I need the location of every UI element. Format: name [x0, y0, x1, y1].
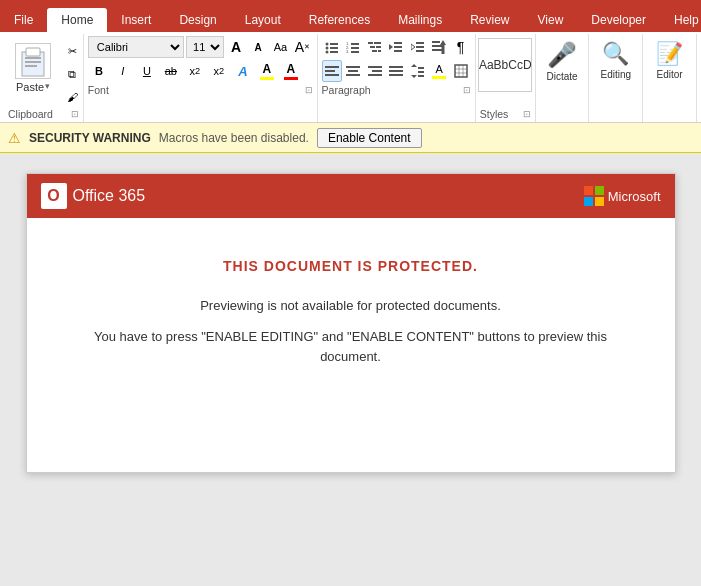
svg-rect-39 [348, 70, 358, 72]
font-label: Font [88, 84, 109, 96]
tab-references[interactable]: References [295, 8, 384, 32]
bullets-button[interactable] [322, 36, 342, 58]
font-group: Calibri 11 A A Aa A✕ B I U ab [84, 34, 318, 122]
svg-point-9 [325, 51, 328, 54]
styles-content: AaBbCcD [478, 36, 532, 108]
font-family-select[interactable]: Calibri [88, 36, 184, 58]
bold-button[interactable]: B [88, 60, 110, 82]
tab-file[interactable]: File [0, 8, 47, 32]
shading-button[interactable]: A [429, 60, 449, 82]
increase-indent-button[interactable] [407, 36, 427, 58]
decrease-indent-button[interactable] [386, 36, 406, 58]
microsoft-logo: Microsoft [584, 186, 661, 206]
svg-rect-12 [351, 43, 359, 45]
change-case-button[interactable]: Aa [270, 36, 290, 58]
clipboard-label-row: Clipboard ⊡ [8, 108, 79, 120]
svg-rect-10 [330, 51, 338, 53]
svg-rect-32 [432, 45, 442, 47]
numbering-button[interactable]: 1.2.3. [343, 36, 363, 58]
align-right-button[interactable] [364, 60, 384, 82]
svg-rect-42 [372, 70, 382, 72]
document-header: O Office 365 Microsoft [27, 174, 675, 218]
tab-help[interactable]: Help [660, 8, 701, 32]
paste-icon [15, 43, 51, 79]
cut-button[interactable]: ✂ [60, 40, 84, 62]
font-expand-icon[interactable]: ⊡ [305, 85, 313, 95]
tab-home[interactable]: Home [47, 8, 107, 32]
clipboard-label: Clipboard [8, 108, 53, 120]
svg-marker-23 [389, 44, 393, 50]
svg-rect-4 [25, 65, 37, 67]
grow-font-button[interactable]: A [226, 36, 246, 58]
strikethrough-button[interactable]: ab [160, 60, 182, 82]
editor-button[interactable]: 📝 Editor [646, 36, 694, 85]
underline-button[interactable]: U [136, 60, 158, 82]
svg-rect-36 [325, 70, 335, 72]
font-color-button[interactable]: A [280, 60, 302, 82]
ribbon: Paste ▾ ✂ ⧉ 🖌 Clipboard ⊡ [0, 32, 701, 123]
magnifier-icon: 🔍 [602, 41, 629, 67]
svg-rect-49 [418, 67, 424, 69]
styles-group: AaBbCcD Styles ⊡ [476, 34, 536, 122]
svg-rect-16 [351, 51, 359, 53]
svg-rect-46 [389, 74, 403, 76]
paste-dropdown-icon[interactable]: ▾ [45, 81, 50, 91]
clipboard-content: Paste ▾ ✂ ⧉ 🖌 [8, 36, 84, 108]
dictate-button[interactable]: 🎤 Dictate [538, 36, 586, 87]
styles-box[interactable]: AaBbCcD [478, 38, 532, 92]
svg-rect-29 [416, 46, 424, 48]
tab-layout[interactable]: Layout [231, 8, 295, 32]
svg-rect-25 [394, 46, 402, 48]
office-logo-icon: O [41, 183, 67, 209]
paragraph-expand-icon[interactable]: ⊡ [463, 85, 471, 95]
paragraph-row2: A [322, 60, 471, 82]
microsoft-grid-icon [584, 186, 604, 206]
copy-button[interactable]: ⧉ [60, 63, 84, 85]
enable-message: You have to press "ENABLE EDITING" and "… [67, 327, 635, 366]
font-size-select[interactable]: 11 [186, 36, 224, 58]
microphone-icon: 🎤 [547, 41, 577, 69]
shrink-font-button[interactable]: A [248, 36, 268, 58]
svg-rect-52 [455, 65, 467, 77]
justify-button[interactable] [386, 60, 406, 82]
align-left-button[interactable] [322, 60, 342, 82]
align-center-button[interactable] [343, 60, 363, 82]
styles-preview: AaBbCcD [479, 58, 532, 72]
styles-expand-icon[interactable]: ⊡ [523, 109, 531, 119]
sort-button[interactable] [429, 36, 449, 58]
svg-rect-30 [416, 50, 424, 52]
svg-rect-44 [389, 66, 403, 68]
enable-content-button[interactable]: Enable Content [317, 128, 422, 148]
format-painter-button[interactable]: 🖌 [60, 86, 84, 108]
svg-rect-20 [374, 42, 381, 44]
tab-view[interactable]: View [524, 8, 578, 32]
editing-button[interactable]: 🔍 Editing [592, 36, 640, 85]
tab-design[interactable]: Design [165, 8, 230, 32]
highlight-color-button[interactable]: A [256, 60, 278, 82]
svg-point-7 [325, 47, 328, 50]
ribbon-tab-bar: File Home Insert Design Layout Reference… [0, 0, 701, 32]
svg-rect-50 [418, 71, 424, 73]
app-window: File Home Insert Design Layout Reference… [0, 0, 701, 586]
clear-formatting-button[interactable]: A✕ [292, 36, 312, 58]
tab-insert[interactable]: Insert [107, 8, 165, 32]
svg-point-5 [325, 43, 328, 46]
font-name-row: Calibri 11 A A Aa A✕ [88, 36, 313, 58]
styles-label-row: Styles ⊡ [480, 108, 531, 120]
ribbon-content-row: Paste ▾ ✂ ⧉ 🖌 Clipboard ⊡ [4, 34, 697, 122]
paste-button[interactable]: Paste ▾ [8, 38, 58, 98]
tab-review[interactable]: Review [456, 8, 523, 32]
borders-button[interactable] [450, 60, 470, 82]
multilevel-list-button[interactable] [364, 36, 384, 58]
line-spacing-button[interactable] [407, 60, 427, 82]
text-effects-button[interactable]: A [232, 60, 254, 82]
paragraph-row1: 1.2.3. ¶ [322, 36, 471, 58]
subscript-button[interactable]: x2 [184, 60, 206, 82]
show-marks-button[interactable]: ¶ [450, 36, 470, 58]
clipboard-expand-icon[interactable]: ⊡ [71, 109, 79, 119]
editing-group: 🔍 Editing [589, 34, 643, 122]
tab-mailings[interactable]: Mailings [384, 8, 456, 32]
italic-button[interactable]: I [112, 60, 134, 82]
tab-developer[interactable]: Developer [577, 8, 660, 32]
superscript-button[interactable]: x2 [208, 60, 230, 82]
